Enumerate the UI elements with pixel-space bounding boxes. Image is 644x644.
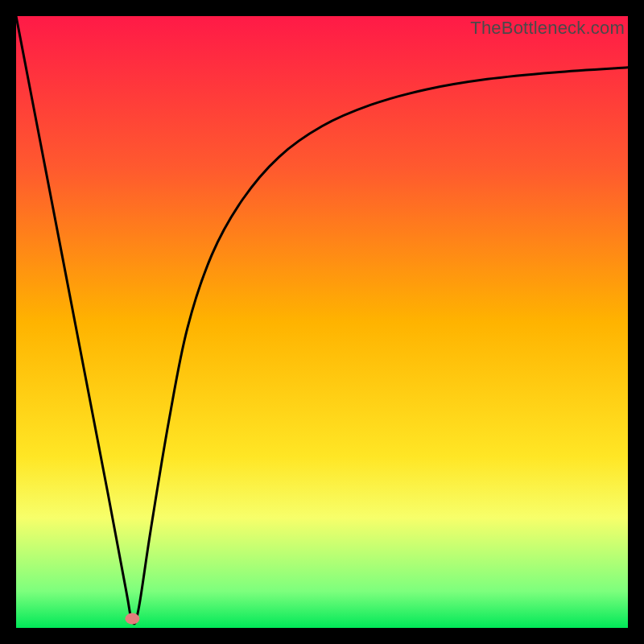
chart-frame: [16, 16, 628, 628]
chart-background: [16, 16, 628, 628]
watermark-label: TheBottleneck.com: [470, 18, 625, 39]
chart-plot: [16, 16, 628, 628]
data-marker: [125, 613, 139, 625]
